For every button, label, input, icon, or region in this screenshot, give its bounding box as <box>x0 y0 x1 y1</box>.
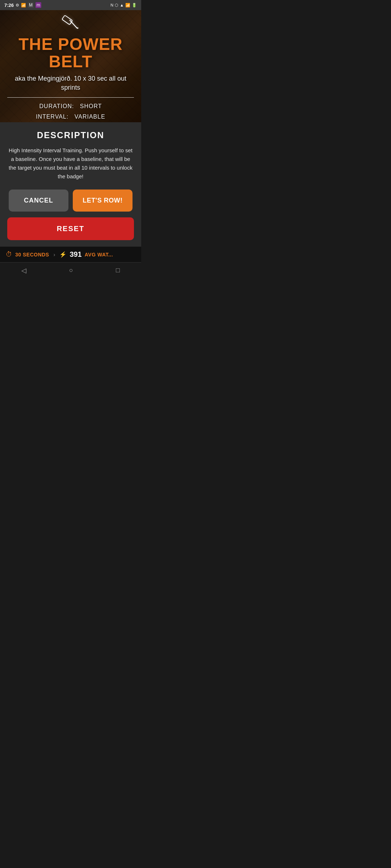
interval-row: INTERVAL: VARIABLE <box>7 112 134 122</box>
stats-watt-label: AVG WAT... <box>85 252 113 258</box>
recents-nav-icon[interactable]: □ <box>116 267 120 274</box>
hammer-icon <box>62 14 79 33</box>
app-icon: m <box>35 2 41 8</box>
home-nav-icon[interactable]: ○ <box>69 267 73 274</box>
description-heading: DESCRIPTION <box>7 130 134 140</box>
description-body: High Intensity Interval Training. Push y… <box>7 146 134 181</box>
gmail-icon: M <box>28 2 34 8</box>
status-left: 7:26 ⚙ 📶 M m <box>4 2 41 8</box>
timer-icon: ⏱ <box>6 251 12 258</box>
wifi-icon: ▲ <box>120 3 124 7</box>
divider <box>7 97 134 98</box>
lets-row-button[interactable]: LET'S ROW! <box>73 190 133 212</box>
signal-strength-icon: 📶 <box>125 3 130 8</box>
battery-icon: 🔋 <box>132 3 137 8</box>
hero-content: THE POWER BELT aka the Megingjörð. 10 x … <box>0 10 141 122</box>
nav-bar: ◁ ○ □ <box>0 262 141 278</box>
bolt-icon: ⚡ <box>59 251 67 258</box>
duration-row: DURATION: SHORT <box>7 101 134 112</box>
reset-button[interactable]: RESET <box>7 217 134 240</box>
stats-arrow: › <box>54 252 55 258</box>
duration-value: SHORT <box>80 103 102 109</box>
description-section: DESCRIPTION High Intensity Interval Trai… <box>0 122 141 247</box>
workout-meta: DURATION: SHORT INTERVAL: VARIABLE <box>7 101 134 122</box>
stats-bar: ⏱ 30 SECONDS › ⚡ 391 AVG WAT... <box>0 247 141 262</box>
signal-icon: 📶 <box>21 3 26 8</box>
workout-subtitle: aka the Megingjörð. 10 x 30 sec all out … <box>7 74 134 92</box>
back-nav-icon[interactable]: ◁ <box>21 267 26 275</box>
status-time: 7:26 <box>4 3 14 8</box>
nfc-icon: N <box>110 3 113 7</box>
svg-line-1 <box>70 20 77 28</box>
cancel-button[interactable]: CANCEL <box>9 190 68 212</box>
status-right: N ⬡ ▲ 📶 🔋 <box>110 3 137 8</box>
action-buttons-row: CANCEL LET'S ROW! <box>7 190 134 212</box>
svg-rect-0 <box>62 15 72 25</box>
hero-section: THE POWER BELT aka the Megingjörð. 10 x … <box>0 10 141 122</box>
duration-label: DURATION: <box>39 103 74 109</box>
bluetooth-icon: ⬡ <box>115 3 118 8</box>
interval-value: VARIABLE <box>75 114 105 120</box>
interval-label: INTERVAL: <box>36 114 68 120</box>
stats-duration: 30 SECONDS <box>15 252 49 258</box>
status-bar: 7:26 ⚙ 📶 M m N ⬡ ▲ 📶 🔋 <box>0 0 141 10</box>
stats-watts: 391 <box>70 250 81 259</box>
workout-title: THE POWER BELT <box>7 35 134 71</box>
settings-icon: ⚙ <box>16 3 19 8</box>
